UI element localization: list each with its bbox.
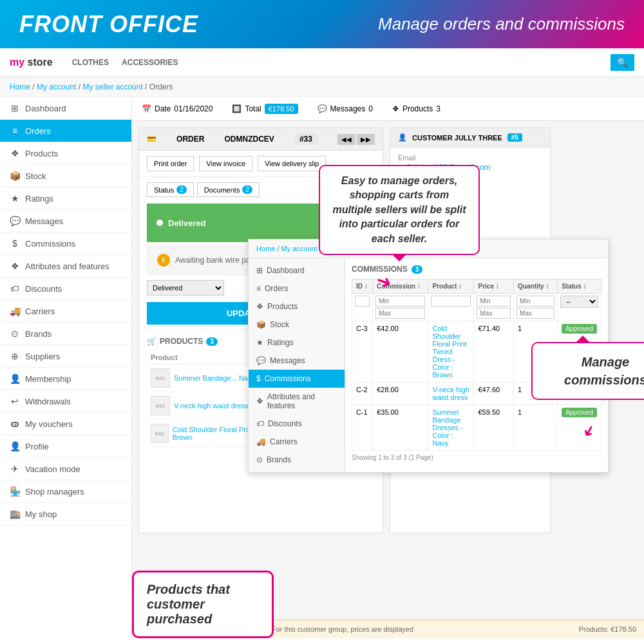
orders-icon: ≡ bbox=[10, 126, 20, 136]
filter-qty-max[interactable] bbox=[516, 308, 554, 319]
sidebar-item-products[interactable]: ❖ Products bbox=[0, 142, 131, 165]
order-messages-count: 0 bbox=[368, 104, 373, 113]
order-messages: 💬 Messages 0 bbox=[317, 104, 373, 113]
sidebar-item-withdrawals[interactable]: ↩ Withdrawals bbox=[0, 390, 131, 413]
sidebar-item-membership[interactable]: 👤 Membership bbox=[0, 368, 131, 390]
bottom-products: Products: €178.50 bbox=[579, 625, 636, 633]
documents-tab-badge: 2 bbox=[242, 185, 252, 194]
breadcrumb-seller[interactable]: My seller account bbox=[82, 82, 142, 91]
email-label: Email bbox=[398, 154, 542, 162]
comm-ratings-icon: ★ bbox=[256, 338, 263, 347]
nav-clothes[interactable]: CLOTHES bbox=[72, 58, 109, 67]
sidebar-item-shop-managers[interactable]: 🏪 Shop managers bbox=[0, 480, 131, 503]
comm-menu-messages[interactable]: 💬 Messages bbox=[249, 352, 345, 370]
view-delivery-button[interactable]: View delivery slip bbox=[258, 156, 326, 171]
comm-product-link-1[interactable]: Cold Shoulder Floral Print Tiered Dress … bbox=[432, 325, 466, 379]
comm-menu-stock[interactable]: 📦 Stock bbox=[249, 316, 345, 334]
th-qty: Quantity ↕ bbox=[514, 279, 558, 294]
print-order-button[interactable]: Print order bbox=[147, 156, 194, 171]
sidebar-item-orders[interactable]: ≡ Orders bbox=[0, 120, 131, 142]
nav-accessories[interactable]: ACCESSORIES bbox=[122, 58, 178, 67]
comm-menu-orders[interactable]: ≡ Orders bbox=[249, 279, 345, 298]
product-link-2[interactable]: V-neck high waist dress bbox=[174, 402, 249, 410]
documents-tab[interactable]: Documents 2 bbox=[197, 182, 260, 197]
comm-bc-account[interactable]: My account bbox=[281, 245, 317, 252]
sidebar-item-carriers[interactable]: 🚚 Carriers bbox=[0, 300, 131, 323]
product-thumb-1: IMG bbox=[151, 368, 170, 388]
sidebar-item-ratings[interactable]: ★ Ratings bbox=[0, 187, 131, 210]
sidebar-item-profile[interactable]: 👤 Profile bbox=[0, 435, 131, 458]
withdrawals-icon: ↩ bbox=[10, 396, 20, 406]
filter-price-min[interactable] bbox=[477, 296, 511, 307]
filter-qty-min[interactable] bbox=[516, 296, 554, 307]
order-total-label: Total bbox=[245, 104, 261, 113]
sidebar-item-vouchers[interactable]: 🎟 My vouchers bbox=[0, 413, 131, 435]
sidebar-label-profile: Profile bbox=[25, 442, 49, 451]
comm-menu-attributes[interactable]: ❖ Attributes and features bbox=[249, 388, 345, 415]
comm-showing: Showing 1 to 3 of 3 (1 Page) bbox=[352, 454, 601, 461]
bottom-info-bar: For this customer group, prices are disp… bbox=[264, 620, 644, 638]
filter-id[interactable] bbox=[355, 296, 370, 307]
comm-menu-discounts[interactable]: 🏷 Discounts bbox=[249, 415, 345, 433]
comm-amount-1: €42.00 bbox=[373, 321, 428, 383]
view-invoice-button[interactable]: View invoice bbox=[199, 156, 252, 171]
comm-menu-carriers[interactable]: 🚚 Carriers bbox=[249, 433, 345, 451]
breadcrumb-current: Orders bbox=[149, 82, 173, 91]
next-order-button[interactable]: ▶▶ bbox=[357, 134, 375, 145]
sidebar-item-commissions[interactable]: $ Commissions bbox=[0, 232, 131, 255]
comm-menu-brands[interactable]: ⊙ Brands bbox=[249, 451, 345, 469]
prev-order-button[interactable]: ◀◀ bbox=[337, 134, 355, 145]
sidebar-item-vacation[interactable]: ✈ Vacation mode bbox=[0, 458, 131, 480]
comm-menu-commissions[interactable]: $ Commissions bbox=[249, 370, 345, 388]
comm-menu-ratings[interactable]: ★ Ratings bbox=[249, 334, 345, 352]
breadcrumb-account[interactable]: My account bbox=[37, 82, 76, 91]
tooltip-commissions: Manage commissions bbox=[531, 342, 644, 400]
vacation-icon: ✈ bbox=[10, 464, 20, 474]
sidebar-item-messages[interactable]: 💬 Messages bbox=[0, 210, 131, 232]
banner-title-right: Manage orders and commissions bbox=[378, 14, 625, 34]
comm-bc-home[interactable]: Home bbox=[256, 245, 275, 252]
sidebar-label-my-shop: My shop bbox=[25, 509, 57, 519]
sidebar-label-brands: Brands bbox=[25, 329, 52, 339]
approved-badge-3: Approved bbox=[562, 408, 597, 417]
order-date-value: 01/16/2020 bbox=[174, 104, 213, 113]
sidebar-item-suppliers[interactable]: ⊕ Suppliers bbox=[0, 345, 131, 368]
order-header: 📅 Date 01/16/2020 🔲 Total €178.50 💬 Mess… bbox=[132, 97, 644, 121]
sidebar-label-dashboard: Dashboard bbox=[25, 104, 66, 113]
order-card-header: 💳 ORDER ODMNZDCEV #33 ◀◀ ▶▶ bbox=[139, 128, 383, 151]
main-layout: ⊞ Dashboard ≡ Orders ❖ Products 📦 Stock … bbox=[0, 97, 644, 638]
product-link-1[interactable]: Summer Bandage... Navy bbox=[174, 374, 255, 382]
comm-disc-icon: 🏷 bbox=[256, 419, 264, 428]
my-shop-icon: 🏬 bbox=[10, 509, 20, 519]
status-select[interactable]: Delivered bbox=[147, 280, 224, 296]
comm-product-link-3[interactable]: Summer Bandage Dresses - Color : Navy bbox=[432, 408, 462, 447]
sidebar-item-brands[interactable]: ⊙ Brands bbox=[0, 323, 131, 345]
filter-price-max[interactable] bbox=[477, 308, 511, 319]
comm-product-link-2[interactable]: V-neck high waist dress bbox=[432, 386, 469, 401]
sidebar-item-dashboard[interactable]: ⊞ Dashboard bbox=[0, 97, 131, 120]
comm-filter-row: -- bbox=[352, 294, 601, 321]
th-status: Status ↕ bbox=[558, 279, 601, 294]
comm-menu-dashboard[interactable]: ⊞ Dashboard bbox=[249, 261, 345, 279]
filter-status[interactable]: -- bbox=[560, 296, 598, 308]
sidebar-item-discounts[interactable]: 🏷 Discounts bbox=[0, 278, 131, 300]
status-tab[interactable]: Status 2 bbox=[147, 182, 194, 197]
customer-card-header: 👤 CUSTOMER JULLY THREE #5 bbox=[390, 128, 550, 147]
comm-menu-products[interactable]: ❖ Products bbox=[249, 298, 345, 316]
sidebar-item-attributes[interactable]: ❖ Attributes and features bbox=[0, 255, 131, 278]
comm-id-2: C-2 bbox=[352, 383, 373, 405]
order-messages-label: Messages bbox=[330, 104, 366, 113]
filter-comm-max[interactable] bbox=[375, 308, 425, 319]
search-button[interactable]: 🔍 bbox=[611, 54, 634, 71]
breadcrumb-home[interactable]: Home bbox=[10, 82, 30, 91]
sidebar-label-attributes: Attributes and features bbox=[25, 261, 109, 271]
sidebar-item-my-shop[interactable]: 🏬 My shop bbox=[0, 503, 131, 526]
comm-attr-icon: ❖ bbox=[256, 397, 263, 406]
filter-product[interactable] bbox=[431, 296, 471, 307]
sidebar-item-stock[interactable]: 📦 Stock bbox=[0, 165, 131, 187]
sidebar-label-orders: Orders bbox=[25, 126, 51, 136]
comm-orders-icon: ≡ bbox=[256, 284, 261, 293]
status-delivered-left: Delivered bbox=[156, 218, 206, 228]
filter-comm-min[interactable] bbox=[375, 296, 425, 307]
breadcrumb: Home / My account / My seller account / … bbox=[0, 77, 644, 97]
